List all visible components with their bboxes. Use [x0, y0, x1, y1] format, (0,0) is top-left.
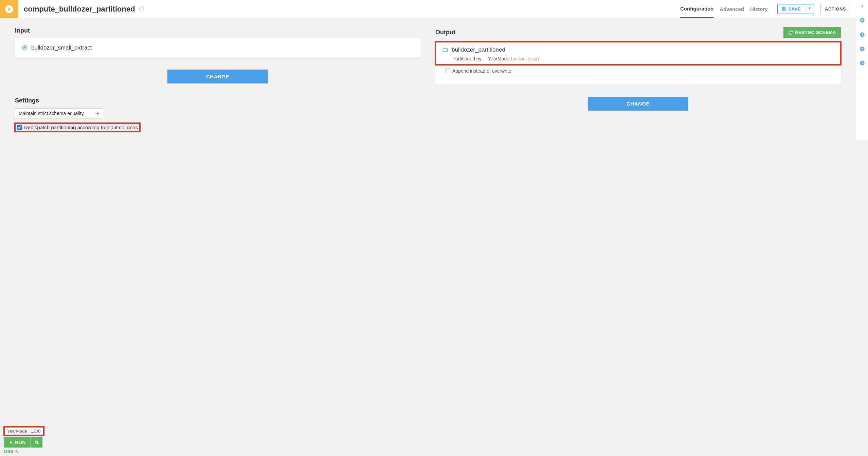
recipe-icon [0, 0, 18, 18]
partitioned-by-value: YearMade [488, 56, 509, 61]
output-section-title: Output [435, 29, 455, 36]
save-dropdown-arrow[interactable]: ▼ [805, 4, 814, 14]
refresh-icon[interactable] [139, 6, 144, 12]
resync-schema-button[interactable]: RESYNC SCHEMA [783, 27, 841, 38]
svg-rect-6 [862, 34, 863, 36]
redispatch-row: Redispatch partitioning according to inp… [15, 123, 140, 132]
info-icon[interactable] [859, 31, 866, 38]
redispatch-checkbox[interactable] [17, 125, 22, 130]
tab-history[interactable]: History [750, 0, 768, 18]
save-button[interactable]: SAVE [778, 4, 805, 14]
right-rail [856, 0, 868, 140]
save-disk-icon [782, 7, 786, 12]
schema-mode-select[interactable]: Maintain strict schema equality ▼ [15, 108, 103, 118]
page-title: compute_bulldozer_partitioned [24, 5, 135, 14]
append-checkbox[interactable] [446, 69, 450, 73]
clock-icon[interactable] [859, 60, 866, 66]
input-dataset-name[interactable]: bulldozer_small_extract [31, 44, 92, 51]
input-change-button[interactable]: CHANGE [167, 70, 268, 83]
partitioned-by-label: Partitioned by: [452, 56, 483, 61]
partitioned-by-hint: (period: year) [511, 56, 539, 61]
tab-advanced[interactable]: Advanced [720, 0, 744, 18]
tab-configuration[interactable]: Configuration [680, 0, 713, 18]
output-dataset-block: bulldozer_partitioned Partitioned by: Ye… [435, 42, 841, 65]
actions-button[interactable]: ACTIONS [820, 4, 850, 14]
input-section-title: Input [15, 27, 420, 34]
chat-icon[interactable] [859, 45, 866, 52]
upload-icon [22, 45, 28, 51]
append-label: Append instead of overwrite [452, 68, 511, 74]
folder-icon [442, 47, 448, 53]
svg-point-8 [860, 46, 865, 51]
input-card: bulldozer_small_extract [15, 38, 420, 57]
output-dataset-name[interactable]: bulldozer_partitioned [452, 46, 505, 53]
redispatch-label: Redispatch partitioning according to inp… [24, 125, 138, 130]
header-bar: compute_bulldozer_partitioned Configurat… [0, 0, 856, 18]
add-icon[interactable] [859, 17, 866, 24]
sync-icon [788, 30, 793, 35]
chevron-down-icon: ▼ [96, 112, 100, 115]
svg-point-7 [862, 33, 863, 34]
collapse-arrow-icon[interactable] [859, 3, 866, 10]
settings-title: Settings [15, 97, 420, 104]
output-change-button[interactable]: CHANGE [588, 97, 688, 111]
